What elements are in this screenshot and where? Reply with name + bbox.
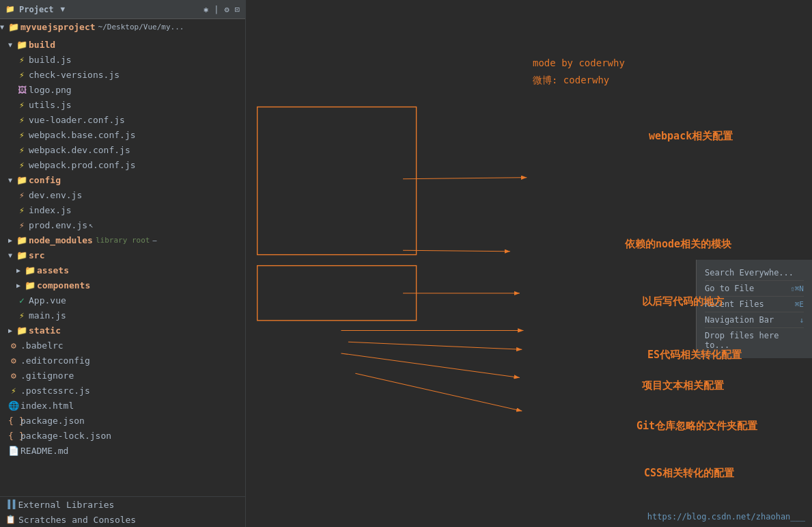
file-logo[interactable]: 🖼 logo.png (0, 82, 245, 97)
root-path: ~/Desktop/Vue/my... (98, 23, 184, 31)
config-icon: ⚙ (8, 370, 19, 381)
shortcut-navbar[interactable]: Navigation Bar ↓ (705, 312, 804, 328)
folder-config[interactable]: 📁 config (0, 172, 245, 187)
html-icon: 🌐 (8, 401, 19, 411)
file-readme[interactable]: 📄 README.md (0, 443, 245, 458)
build-folder-icon: 📁 (16, 40, 27, 50)
components-icon: 📁 (25, 280, 36, 290)
shortcut-goto[interactable]: Go to File ⇧⌘N (705, 281, 804, 297)
annotation-editorconfig: 项目文本相关配置 (642, 379, 724, 392)
file-name: vue-loader.conf.js (29, 115, 125, 125)
scratches-consoles[interactable]: 📋 Scratches and Consoles (0, 512, 245, 527)
assets-name: assets (37, 265, 69, 275)
shortcut-label: Search Everywhe... (705, 268, 794, 278)
folder-build[interactable]: 📁 build (0, 37, 245, 52)
scratches-icon: 📋 (5, 515, 16, 524)
library-label: library root (96, 236, 150, 245)
libraries-icon: ▐▐ (5, 500, 15, 509)
file-app-vue[interactable]: ✓ App.vue (0, 293, 245, 308)
config-folder-icon: 📁 (16, 175, 27, 185)
file-dev-env[interactable]: ⚡ dev.env.js (0, 187, 245, 202)
file-postcssrc[interactable]: ⚡ .postcssrc.js (0, 383, 245, 398)
svg-line-5 (348, 342, 522, 349)
file-name: .editorconfig (20, 355, 90, 366)
external-libraries[interactable]: ▐▐ External Libraries (0, 497, 245, 512)
gear-icon[interactable]: ⚙ (225, 5, 229, 14)
cursor-indicator: ↖ (89, 221, 94, 230)
file-webpack-dev[interactable]: ⚡ webpack.dev.conf.js (0, 142, 245, 157)
build-arrow (8, 41, 16, 49)
folder-src[interactable]: 📁 src (0, 247, 245, 262)
file-name: logo.png (29, 85, 72, 95)
svg-line-2 (403, 250, 510, 251)
folder-components[interactable]: 📁 components (0, 278, 245, 293)
static-icon: 📁 (16, 325, 27, 336)
shortcut-label: Navigation Bar (705, 315, 774, 325)
main-container: 📁 Project ▼ ✱ | ⚙ ⊡ 📁 myvuejsproject ~/D… (0, 0, 812, 527)
folder-node-modules[interactable]: 📁 node_modules library root — (0, 232, 245, 247)
settings-icon[interactable]: ✱ (204, 5, 208, 14)
file-build-js[interactable]: ⚡ build.js (0, 52, 245, 67)
folder-static[interactable]: 📁 static (0, 323, 245, 338)
file-prod-env[interactable]: ⚡ prod.env.js ↖ (0, 217, 245, 232)
node-modules-name: node_modules (29, 235, 93, 245)
shortcut-key: ⌘E (795, 300, 804, 309)
js-icon: ⚡ (16, 115, 27, 125)
file-name: package.json (20, 416, 85, 426)
file-name: dev.env.js (29, 190, 82, 200)
js-icon: ⚡ (8, 386, 19, 396)
file-vue-loader[interactable]: ⚡ vue-loader.conf.js (0, 112, 245, 127)
folder-assets[interactable]: 📁 assets (0, 262, 245, 278)
file-webpack-prod[interactable]: ⚡ webpack.prod.conf.js (0, 157, 245, 172)
shortcut-label: Drop files here to... (705, 331, 804, 350)
file-name: .babelrc (20, 340, 64, 351)
file-name: webpack.base.conf.js (29, 130, 136, 140)
js-icon: ⚡ (16, 100, 27, 110)
file-editorconfig[interactable]: ⚙ .editorconfig (0, 353, 245, 368)
shortcut-label: Go to File (705, 284, 754, 293)
file-webpack-base[interactable]: ⚡ webpack.base.conf.js (0, 127, 245, 142)
shortcut-search[interactable]: Search Everywhe... (705, 265, 804, 281)
config-icon: ⚙ (8, 340, 19, 351)
file-check-versions[interactable]: ⚡ check-versions.js (0, 67, 245, 82)
components-arrow (16, 282, 25, 289)
js-icon: ⚡ (16, 205, 27, 215)
file-main-js[interactable]: ⚡ main.js (0, 308, 245, 323)
svg-line-6 (341, 353, 519, 378)
file-name: webpack.prod.conf.js (29, 160, 136, 170)
file-gitignore[interactable]: ⚙ .gitignore (0, 368, 245, 383)
file-name: .postcssrc.js (20, 386, 90, 396)
shortcut-key: ↓ (799, 316, 804, 325)
file-name: App.vue (29, 295, 66, 306)
static-arrow (8, 327, 16, 334)
watermark-line2: 微博: coderwhy (533, 72, 625, 89)
shortcut-recent[interactable]: Recent Files ⌘E (705, 297, 804, 312)
file-name: index.js (29, 205, 72, 215)
root-folder-name: myvuejsproject (20, 22, 96, 32)
config-icon: ⚙ (8, 355, 19, 366)
divider: | (214, 5, 219, 14)
file-index-html[interactable]: 🌐 index.html (0, 398, 245, 413)
svg-line-1 (403, 178, 527, 179)
annotation-node-modules: 依赖的node相关的模块 (625, 238, 731, 251)
env-icon: ⚡ (16, 220, 27, 230)
shortcuts-panel: Search Everywhe... Go to File ⇧⌘N Recent… (696, 260, 812, 358)
file-index-js[interactable]: ⚡ index.js (0, 202, 245, 217)
right-panel: mode by coderwhy 微博: coderwhy Search Eve… (246, 0, 812, 527)
file-utils[interactable]: ⚡ utils.js (0, 97, 245, 112)
bottom-items: ▐▐ External Libraries 📋 Scratches and Co… (0, 496, 245, 527)
file-name: webpack.dev.conf.js (29, 145, 130, 155)
external-libraries-label: External Libraries (18, 500, 114, 510)
js-icon: ⚡ (16, 70, 27, 80)
file-babelrc[interactable]: ⚙ .babelrc (0, 338, 245, 353)
file-name: main.js (29, 310, 66, 321)
root-folder[interactable]: 📁 myvuejsproject ~/Desktop/Vue/my... (0, 19, 245, 34)
watermark-line1: mode by coderwhy (533, 55, 625, 72)
js-icon: ⚡ (16, 55, 27, 65)
file-package-json[interactable]: { } package.json (0, 413, 245, 428)
shortcut-drop: Drop files here to... (705, 328, 804, 353)
scratches-label: Scratches and Consoles (18, 515, 136, 525)
tools-icon[interactable]: ⊡ (235, 5, 240, 14)
file-package-lock[interactable]: { } package-lock.json (0, 428, 245, 443)
root-folder-icon: 📁 (8, 22, 19, 32)
